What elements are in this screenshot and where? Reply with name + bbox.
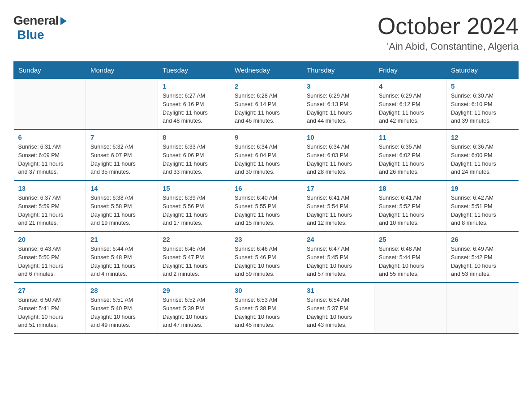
weekday-header-wednesday: Wednesday [230, 62, 302, 79]
day-number: 31 [307, 287, 369, 294]
weekday-header-tuesday: Tuesday [158, 62, 230, 79]
day-info: Sunrise: 6:44 AM Sunset: 5:48 PM Dayligh… [90, 245, 153, 278]
day-number: 13 [18, 184, 82, 192]
day-info: Sunrise: 6:33 AM Sunset: 6:06 PM Dayligh… [163, 143, 225, 176]
calendar-cell: 9Sunrise: 6:34 AM Sunset: 6:04 PM Daylig… [230, 129, 302, 180]
day-info: Sunrise: 6:49 AM Sunset: 5:42 PM Dayligh… [451, 245, 514, 278]
title-block: October 2024 'Ain Abid, Constantine, Alg… [378, 13, 519, 52]
calendar-cell: 7Sunrise: 6:32 AM Sunset: 6:07 PM Daylig… [86, 129, 158, 180]
calendar-cell: 20Sunrise: 6:43 AM Sunset: 5:50 PM Dayli… [14, 231, 86, 283]
day-info: Sunrise: 6:27 AM Sunset: 6:16 PM Dayligh… [163, 92, 225, 125]
calendar-cell: 31Sunrise: 6:54 AM Sunset: 5:37 PM Dayli… [302, 283, 374, 334]
day-info: Sunrise: 6:40 AM Sunset: 5:55 PM Dayligh… [235, 194, 297, 227]
calendar-cell: 27Sunrise: 6:50 AM Sunset: 5:41 PM Dayli… [14, 283, 86, 334]
month-title: October 2024 [378, 13, 519, 39]
calendar-cell: 4Sunrise: 6:29 AM Sunset: 6:12 PM Daylig… [374, 79, 446, 130]
calendar-cell: 22Sunrise: 6:45 AM Sunset: 5:47 PM Dayli… [158, 231, 230, 283]
weekday-header-friday: Friday [374, 62, 446, 79]
day-info: Sunrise: 6:30 AM Sunset: 6:10 PM Dayligh… [451, 92, 514, 125]
calendar-cell [374, 283, 446, 334]
calendar-cell: 8Sunrise: 6:33 AM Sunset: 6:06 PM Daylig… [158, 129, 230, 180]
weekday-header-monday: Monday [86, 62, 158, 79]
day-info: Sunrise: 6:51 AM Sunset: 5:40 PM Dayligh… [90, 296, 153, 330]
day-info: Sunrise: 6:39 AM Sunset: 5:56 PM Dayligh… [163, 194, 225, 227]
calendar-cell: 10Sunrise: 6:34 AM Sunset: 6:03 PM Dayli… [302, 129, 374, 180]
day-info: Sunrise: 6:53 AM Sunset: 5:38 PM Dayligh… [235, 296, 297, 330]
day-info: Sunrise: 6:48 AM Sunset: 5:44 PM Dayligh… [379, 245, 442, 278]
weekday-header-thursday: Thursday [302, 62, 374, 79]
calendar-cell: 25Sunrise: 6:48 AM Sunset: 5:44 PM Dayli… [374, 231, 446, 283]
day-number: 18 [379, 184, 442, 192]
calendar-cell: 12Sunrise: 6:36 AM Sunset: 6:00 PM Dayli… [446, 129, 519, 180]
calendar-week-row: 6Sunrise: 6:31 AM Sunset: 6:09 PM Daylig… [14, 129, 519, 180]
weekday-header-saturday: Saturday [446, 62, 519, 79]
day-number: 6 [18, 133, 82, 141]
calendar-cell: 30Sunrise: 6:53 AM Sunset: 5:38 PM Dayli… [230, 283, 302, 334]
calendar-cell [86, 79, 158, 130]
location-title: 'Ain Abid, Constantine, Algeria [378, 41, 519, 52]
day-number: 7 [90, 133, 153, 141]
calendar-cell: 24Sunrise: 6:47 AM Sunset: 5:45 PM Dayli… [302, 231, 374, 283]
day-number: 15 [163, 184, 225, 192]
day-info: Sunrise: 6:52 AM Sunset: 5:39 PM Dayligh… [163, 296, 225, 330]
calendar-cell: 2Sunrise: 6:28 AM Sunset: 6:14 PM Daylig… [230, 79, 302, 130]
day-number: 30 [235, 287, 297, 294]
day-info: Sunrise: 6:50 AM Sunset: 5:41 PM Dayligh… [18, 296, 82, 330]
day-info: Sunrise: 6:28 AM Sunset: 6:14 PM Dayligh… [235, 92, 297, 125]
day-info: Sunrise: 6:32 AM Sunset: 6:07 PM Dayligh… [90, 143, 153, 176]
day-info: Sunrise: 6:29 AM Sunset: 6:12 PM Dayligh… [379, 92, 442, 125]
day-info: Sunrise: 6:34 AM Sunset: 6:03 PM Dayligh… [307, 143, 369, 176]
logo-general-text: General [13, 13, 59, 28]
day-number: 19 [451, 184, 514, 192]
day-number: 5 [451, 82, 514, 90]
day-number: 3 [307, 82, 369, 90]
day-info: Sunrise: 6:43 AM Sunset: 5:50 PM Dayligh… [18, 245, 82, 278]
day-info: Sunrise: 6:37 AM Sunset: 5:59 PM Dayligh… [18, 194, 82, 227]
logo-blue-text: Blue [17, 28, 44, 42]
calendar-cell [14, 79, 86, 130]
day-number: 22 [163, 235, 225, 243]
calendar-cell: 1Sunrise: 6:27 AM Sunset: 6:16 PM Daylig… [158, 79, 230, 130]
calendar-cell: 5Sunrise: 6:30 AM Sunset: 6:10 PM Daylig… [446, 79, 519, 130]
calendar-cell: 16Sunrise: 6:40 AM Sunset: 5:55 PM Dayli… [230, 180, 302, 231]
calendar-week-row: 20Sunrise: 6:43 AM Sunset: 5:50 PM Dayli… [14, 231, 519, 283]
day-info: Sunrise: 6:38 AM Sunset: 5:58 PM Dayligh… [90, 194, 153, 227]
day-number: 26 [451, 235, 514, 243]
day-number: 28 [90, 287, 153, 294]
calendar-cell: 28Sunrise: 6:51 AM Sunset: 5:40 PM Dayli… [86, 283, 158, 334]
day-info: Sunrise: 6:31 AM Sunset: 6:09 PM Dayligh… [18, 143, 82, 176]
day-number: 23 [235, 235, 297, 243]
day-number: 4 [379, 82, 442, 90]
day-number: 20 [18, 235, 82, 243]
calendar-cell: 29Sunrise: 6:52 AM Sunset: 5:39 PM Dayli… [158, 283, 230, 334]
logo: General Blue [13, 13, 67, 42]
day-number: 1 [163, 82, 225, 90]
calendar-cell: 11Sunrise: 6:35 AM Sunset: 6:02 PM Dayli… [374, 129, 446, 180]
day-number: 27 [18, 287, 82, 294]
day-number: 14 [90, 184, 153, 192]
calendar-cell [446, 283, 519, 334]
day-info: Sunrise: 6:36 AM Sunset: 6:00 PM Dayligh… [451, 143, 514, 176]
day-info: Sunrise: 6:47 AM Sunset: 5:45 PM Dayligh… [307, 245, 369, 278]
calendar-header-row: SundayMondayTuesdayWednesdayThursdayFrid… [14, 62, 519, 79]
day-number: 10 [307, 133, 369, 141]
day-number: 16 [235, 184, 297, 192]
day-number: 2 [235, 82, 297, 90]
day-number: 11 [379, 133, 442, 141]
day-info: Sunrise: 6:41 AM Sunset: 5:52 PM Dayligh… [379, 194, 442, 227]
day-number: 9 [235, 133, 297, 141]
day-info: Sunrise: 6:35 AM Sunset: 6:02 PM Dayligh… [379, 143, 442, 176]
day-number: 8 [163, 133, 225, 141]
logo-arrow-icon [60, 17, 67, 25]
day-number: 25 [379, 235, 442, 243]
day-info: Sunrise: 6:45 AM Sunset: 5:47 PM Dayligh… [163, 245, 225, 278]
day-info: Sunrise: 6:34 AM Sunset: 6:04 PM Dayligh… [235, 143, 297, 176]
calendar-cell: 3Sunrise: 6:29 AM Sunset: 6:13 PM Daylig… [302, 79, 374, 130]
calendar-week-row: 13Sunrise: 6:37 AM Sunset: 5:59 PM Dayli… [14, 180, 519, 231]
day-number: 29 [163, 287, 225, 294]
page-header: General Blue October 2024 'Ain Abid, Con… [13, 13, 519, 52]
calendar-cell: 26Sunrise: 6:49 AM Sunset: 5:42 PM Dayli… [446, 231, 519, 283]
calendar-cell: 18Sunrise: 6:41 AM Sunset: 5:52 PM Dayli… [374, 180, 446, 231]
calendar-week-row: 27Sunrise: 6:50 AM Sunset: 5:41 PM Dayli… [14, 283, 519, 334]
day-info: Sunrise: 6:41 AM Sunset: 5:54 PM Dayligh… [307, 194, 369, 227]
